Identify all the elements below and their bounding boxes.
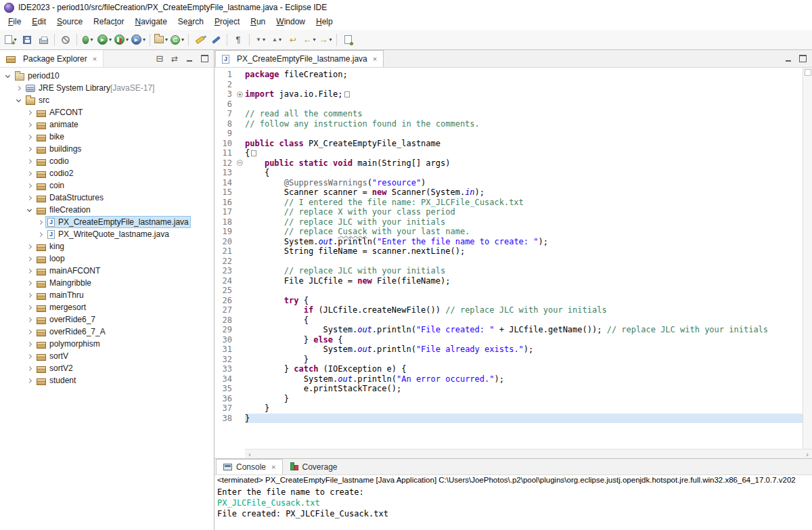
menu-help[interactable]: Help — [311, 15, 338, 30]
line-number[interactable]: 27 — [215, 305, 235, 315]
tree-item-animate[interactable]: animate — [0, 118, 214, 131]
code-line-28[interactable]: 28 { — [215, 315, 803, 326]
line-number[interactable]: 12 — [215, 158, 235, 169]
scrollbar-track[interactable] — [254, 449, 803, 458]
new-java-project-button[interactable]: ▾ — [153, 32, 169, 48]
code-line-11[interactable]: 11{ — [215, 148, 803, 158]
menu-run[interactable]: Run — [245, 15, 271, 30]
tree-item-period10[interactable]: period10 — [0, 70, 214, 82]
code-line-22[interactable]: 22 — [215, 257, 803, 267]
tree-item-src[interactable]: src — [0, 94, 214, 106]
menu-source[interactable]: Source — [51, 15, 88, 30]
overview-ruler[interactable] — [803, 68, 812, 449]
scroll-right-icon[interactable]: › — [803, 450, 812, 458]
link-with-editor-icon[interactable] — [169, 53, 180, 64]
line-number[interactable]: 26 — [215, 296, 235, 306]
menu-search[interactable]: Search — [173, 15, 209, 30]
code-line-14[interactable]: 14 @SuppressWarnings("resource") — [215, 178, 803, 188]
expand-arrow-icon[interactable] — [24, 306, 35, 309]
close-icon[interactable]: × — [93, 55, 97, 63]
expand-arrow-icon[interactable] — [24, 160, 35, 163]
expand-arrow-icon[interactable] — [24, 282, 35, 285]
tree-item-sortv2[interactable]: sortV2 — [0, 362, 214, 374]
code-line-38[interactable]: 38} — [215, 414, 803, 424]
editor-tab[interactable]: PX_CreateEmptyFile_lastname.java × — [215, 50, 384, 67]
previous-annotation-button[interactable]: ▾ — [269, 32, 285, 48]
package-explorer-tab[interactable]: Package Explorer × — [0, 50, 104, 67]
menu-window[interactable]: Window — [271, 15, 311, 30]
line-number[interactable]: 11 — [215, 148, 235, 158]
save-button[interactable] — [19, 32, 35, 48]
tree-item-maingribble[interactable]: Maingribble — [0, 277, 214, 289]
code-line-13[interactable]: 13 { — [215, 168, 803, 178]
back-button[interactable]: ▾ — [301, 32, 317, 48]
show-whitespace-button[interactable] — [230, 32, 246, 48]
print-button[interactable] — [35, 32, 51, 48]
code-line-37[interactable]: 37 } — [215, 403, 803, 414]
code-line-18[interactable]: 18 // replace JLC with your initials — [215, 217, 803, 227]
collapse-arrow-icon[interactable] — [14, 100, 24, 102]
expand-arrow-icon[interactable] — [14, 87, 24, 90]
line-number[interactable]: 20 — [215, 237, 235, 247]
toggle-mark-occurrences-button[interactable] — [208, 32, 224, 48]
line-number[interactable]: 33 — [215, 364, 235, 374]
tree-item-override6-7[interactable]: overRide6_7 — [0, 313, 214, 326]
tree-item-filecreation[interactable]: fileCreation — [0, 204, 214, 216]
code-line-8[interactable]: 8// follow any instruction found in the … — [215, 119, 803, 129]
expand-arrow-icon[interactable] — [35, 233, 45, 236]
code-line-26[interactable]: 26 try { — [215, 296, 803, 306]
line-number[interactable]: 2 — [215, 80, 235, 90]
tree-item-override6-7-a[interactable]: overRide6_7_A — [0, 326, 214, 338]
fold-plus-icon[interactable]: + — [235, 89, 245, 100]
line-number[interactable]: 25 — [215, 286, 235, 296]
menu-navigate[interactable]: Navigate — [129, 15, 172, 30]
expand-arrow-icon[interactable] — [24, 355, 35, 358]
line-number[interactable]: 9 — [215, 129, 235, 139]
code-line-6[interactable]: 6 — [215, 100, 803, 110]
editor-tab-close-icon[interactable]: × — [373, 55, 377, 63]
line-number[interactable]: 13 — [215, 168, 235, 178]
line-number[interactable]: 28 — [215, 315, 235, 326]
line-number[interactable]: 15 — [215, 187, 235, 198]
expand-arrow-icon[interactable] — [24, 257, 35, 261]
console-tab-coverage[interactable]: Coverage — [283, 459, 344, 474]
expand-arrow-icon[interactable] — [24, 135, 35, 139]
collapse-all-icon[interactable] — [154, 53, 165, 64]
new-java-class-button[interactable]: ▾ — [169, 32, 185, 48]
code-line-12[interactable]: 12− public static void main(String[] arg… — [215, 158, 803, 169]
tree-item-student[interactable]: student — [0, 374, 214, 387]
code-line-19[interactable]: 19 // replace Cusack with your last name… — [215, 227, 803, 237]
expand-arrow-icon[interactable] — [35, 221, 45, 224]
tree-item-datastructures[interactable]: DataStructures — [0, 192, 214, 204]
maximize-icon[interactable] — [199, 53, 210, 64]
coverage-button[interactable]: ▾ — [113, 32, 130, 48]
expand-arrow-icon[interactable] — [24, 196, 35, 200]
menu-edit[interactable]: Edit — [26, 15, 51, 30]
search-button[interactable] — [191, 32, 208, 48]
line-number[interactable]: 18 — [215, 217, 235, 227]
line-number[interactable]: 36 — [215, 394, 235, 404]
code-line-9[interactable]: 9 — [215, 129, 803, 139]
expand-arrow-icon[interactable] — [24, 269, 35, 273]
editor-horizontal-scrollbar[interactable]: ‹ › — [245, 449, 812, 458]
code-line-7[interactable]: 7// read all the comments — [215, 109, 803, 119]
menu-project[interactable]: Project — [209, 15, 245, 30]
run-button[interactable]: ▾ — [96, 32, 113, 48]
line-number[interactable]: 29 — [215, 325, 235, 335]
code-line-3[interactable]: 3+import java.io.File; — [215, 89, 803, 100]
code-line-25[interactable]: 25 — [215, 286, 803, 296]
debug-button[interactable]: ▾ — [80, 32, 96, 48]
code-line-10[interactable]: 10public class PX_CreateEmptyFile_lastna… — [215, 139, 803, 149]
menu-file[interactable]: File — [3, 15, 26, 30]
expand-arrow-icon[interactable] — [24, 148, 35, 151]
code-line-29[interactable]: 29 System.out.println("File created: " +… — [215, 325, 803, 335]
line-number[interactable]: 24 — [215, 276, 235, 286]
tree-item-sortv[interactable]: sortV — [0, 350, 214, 362]
line-number[interactable]: 38 — [215, 414, 235, 424]
line-number[interactable]: 31 — [215, 345, 235, 355]
pin-editor-button[interactable] — [340, 32, 356, 48]
line-number[interactable]: 1 — [215, 70, 235, 80]
line-number[interactable]: 16 — [215, 198, 235, 208]
code-line-1[interactable]: 1package fileCreation; — [215, 70, 803, 80]
code-line-15[interactable]: 15 Scanner scanner = new Scanner(System.… — [215, 187, 803, 198]
